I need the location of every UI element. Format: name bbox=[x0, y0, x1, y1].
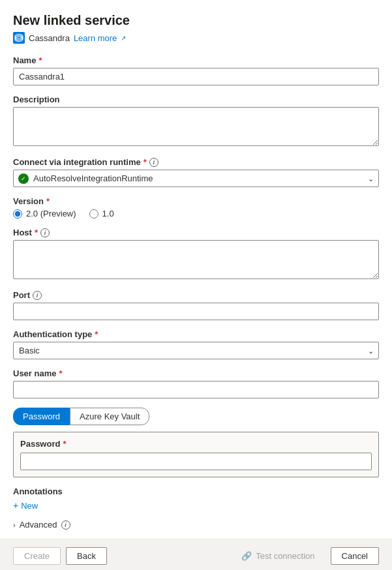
version-20-label: 2.0 (Preview) bbox=[26, 209, 76, 218]
password-box: Password * bbox=[13, 432, 379, 477]
username-input[interactable] bbox=[13, 381, 379, 398]
port-info-icon[interactable]: i bbox=[33, 291, 42, 300]
version-10-option[interactable]: 1.0 bbox=[89, 209, 114, 218]
name-label: Name * bbox=[13, 55, 379, 65]
advanced-chevron-icon: › bbox=[13, 521, 16, 529]
advanced-label: Advanced bbox=[20, 520, 57, 530]
subtitle-row: Cassandra Learn more ↗ bbox=[13, 32, 379, 44]
password-tab-group: Password Azure Key Vault bbox=[13, 408, 379, 425]
password-tab[interactable]: Password bbox=[13, 408, 70, 425]
back-button[interactable]: Back bbox=[66, 547, 107, 565]
ir-field-group: Connect via integration runtime * i ✓ Au… bbox=[13, 157, 379, 187]
external-link-icon: ↗ bbox=[121, 35, 126, 42]
auth-field-group: Authentication type * Basic Anonymous ⌄ bbox=[13, 329, 379, 359]
ir-label: Connect via integration runtime * i bbox=[13, 157, 379, 167]
test-connection-button[interactable]: 🔗 Test connection bbox=[231, 548, 325, 564]
username-label: User name * bbox=[13, 368, 379, 378]
name-required: * bbox=[38, 55, 42, 65]
panel: New linked service Cassandra Learn more … bbox=[0, 0, 392, 539]
plus-icon: + bbox=[13, 500, 18, 511]
service-name: Cassandra bbox=[29, 33, 70, 43]
port-label: Port i bbox=[13, 290, 379, 300]
page-title: New linked service bbox=[13, 13, 379, 28]
cancel-button[interactable]: Cancel bbox=[331, 547, 379, 565]
learn-more-link[interactable]: Learn more bbox=[74, 33, 117, 43]
footer-right: 🔗 Test connection Cancel bbox=[231, 547, 379, 565]
host-label: Host * i bbox=[13, 228, 379, 237]
annotations-label: Annotations bbox=[13, 487, 379, 496]
version-field-group: Version * 2.0 (Preview) 1.0 bbox=[13, 196, 379, 218]
username-field-group: User name * bbox=[13, 368, 379, 398]
test-connection-icon: 🔗 bbox=[241, 551, 252, 561]
auth-label: Authentication type * bbox=[13, 329, 379, 339]
version-20-radio[interactable] bbox=[13, 209, 22, 218]
azure-key-vault-tab[interactable]: Azure Key Vault bbox=[70, 408, 149, 425]
password-section: Password Azure Key Vault Password * bbox=[13, 408, 379, 477]
version-label: Version * bbox=[13, 196, 379, 206]
advanced-section[interactable]: › Advanced i bbox=[13, 520, 379, 530]
footer: Create Back 🔗 Test connection Cancel bbox=[0, 539, 392, 570]
version-options: 2.0 (Preview) 1.0 bbox=[13, 209, 379, 218]
host-input[interactable] bbox=[13, 240, 379, 279]
version-20-option[interactable]: 2.0 (Preview) bbox=[13, 209, 76, 218]
advanced-info-icon[interactable]: i bbox=[61, 520, 70, 530]
auth-select[interactable]: Basic Anonymous bbox=[13, 342, 379, 359]
cassandra-icon bbox=[13, 32, 25, 44]
password-input[interactable] bbox=[20, 453, 372, 470]
host-field-group: Host * i bbox=[13, 228, 379, 281]
host-info-icon[interactable]: i bbox=[40, 228, 50, 237]
port-field-group: Port i bbox=[13, 290, 379, 320]
ir-select[interactable]: AutoResolveIntegrationRuntime bbox=[13, 170, 379, 187]
password-label: Password * bbox=[20, 439, 372, 449]
footer-left: Create Back bbox=[13, 547, 107, 565]
description-input[interactable] bbox=[13, 107, 379, 146]
create-button[interactable]: Create bbox=[13, 547, 61, 565]
new-annotation-button[interactable]: + New bbox=[13, 500, 38, 511]
description-field-group: Description bbox=[13, 95, 379, 148]
description-label: Description bbox=[13, 95, 379, 104]
name-field-group: Name * bbox=[13, 55, 379, 85]
annotations-section: Annotations + New bbox=[13, 487, 379, 511]
ir-select-wrapper: ✓ AutoResolveIntegrationRuntime ⌄ bbox=[13, 170, 379, 187]
name-input[interactable] bbox=[13, 68, 379, 85]
version-10-radio[interactable] bbox=[89, 209, 98, 218]
version-10-label: 1.0 bbox=[102, 209, 114, 218]
auth-select-wrapper: Basic Anonymous ⌄ bbox=[13, 342, 379, 359]
ir-info-icon[interactable]: i bbox=[149, 158, 158, 167]
port-input[interactable] bbox=[13, 303, 379, 320]
